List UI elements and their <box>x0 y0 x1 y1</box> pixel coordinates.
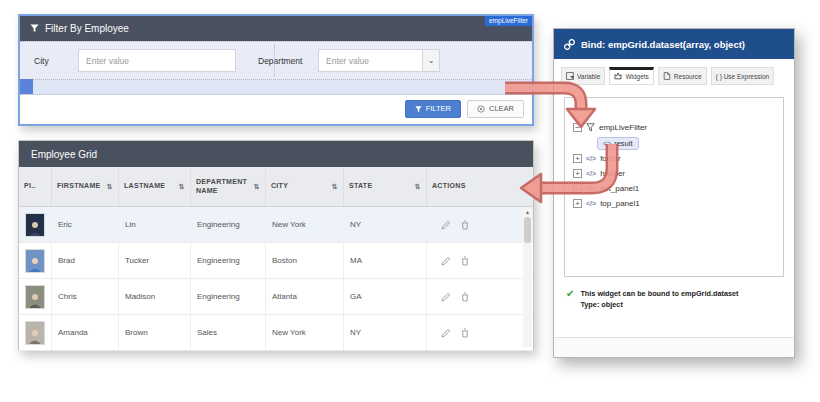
person-icon <box>27 256 43 272</box>
column-header-picture[interactable]: PI.. <box>19 167 52 206</box>
field-divider <box>274 45 275 76</box>
sort-icon[interactable]: ⇅ <box>107 183 113 191</box>
tree-item-result[interactable]: <> result <box>597 137 639 150</box>
column-header-actions: ACTIONS <box>427 167 533 206</box>
department-select[interactable]: Enter value ⌄ <box>318 49 440 72</box>
table-row[interactable]: Brad Tucker Engineering Boston MA <box>19 243 533 279</box>
bind-message-line2: Type: object <box>580 300 738 311</box>
grid-scrollbar[interactable]: ▲ <box>523 208 532 347</box>
collapse-icon[interactable]: − <box>573 123 582 132</box>
cell-state: NY <box>344 315 427 350</box>
table-row[interactable]: Eric Lin Engineering New York NY <box>19 207 533 243</box>
tree-item-emplivefilter[interactable]: − empLiveFilter <box>573 120 775 135</box>
delete-icon[interactable] <box>460 256 470 266</box>
tree-item-top-panel[interactable]: + </> top_panel1 <box>573 196 775 211</box>
filter-panel-title: Filter By Employee <box>45 23 129 34</box>
filter-sub-row <box>20 80 532 95</box>
sort-icon[interactable]: ⇅ <box>179 183 185 191</box>
widget-tree: − empLiveFilter <> result + </> footer +… <box>564 97 784 277</box>
resource-icon <box>663 72 671 80</box>
expand-icon[interactable]: + <box>573 154 582 163</box>
delete-icon[interactable] <box>460 292 470 302</box>
tab-variable[interactable]: Variable <box>561 67 605 85</box>
cell-department: Engineering <box>191 243 266 278</box>
expand-icon[interactable]: + <box>573 169 582 178</box>
bind-dialog-title: Bind: empGrid.dataset(array, object) <box>581 39 745 50</box>
sort-icon[interactable]: ⇅ <box>332 183 338 191</box>
widgets-icon <box>614 72 622 80</box>
edit-icon[interactable] <box>441 256 451 266</box>
grid-column-headers: PI.. FIRSTNAME ⇅ LASTNAME ⇅ DEPARTMENT N… <box>19 167 533 207</box>
chevron-down-icon[interactable]: ⌄ <box>422 50 439 71</box>
cell-lastname: Tucker <box>119 243 191 278</box>
expand-icon[interactable]: + <box>573 199 582 208</box>
filter-funnel-icon <box>586 123 595 132</box>
cell-city: Atlanta <box>266 279 344 314</box>
filter-button-row: FILTER CLEAR <box>20 95 532 123</box>
code-icon: <> <box>603 140 611 147</box>
column-header-city[interactable]: CITY ⇅ <box>266 167 344 206</box>
sort-icon[interactable]: ⇅ <box>415 183 421 191</box>
cell-city: New York <box>266 207 344 242</box>
code-icon: </> <box>586 155 596 162</box>
table-row[interactable]: Chris Madison Engineering Atlanta GA <box>19 279 533 315</box>
bind-dialog: Bind: empGrid.dataset(array, object) Var… <box>553 28 795 358</box>
clear-button-label: CLEAR <box>489 105 514 113</box>
cell-department: Sales <box>191 315 266 350</box>
edit-icon[interactable] <box>441 328 451 338</box>
sort-icon[interactable]: ⇅ <box>254 183 260 191</box>
filter-button[interactable]: FILTER <box>405 100 461 118</box>
tree-item-footer[interactable]: + </> footer <box>573 151 775 166</box>
tree-item-header[interactable]: + </> header <box>573 166 775 181</box>
person-icon <box>27 220 43 236</box>
check-icon: ✔ <box>566 289 574 299</box>
cell-lastname: Lin <box>119 207 191 242</box>
tab-use-expression[interactable]: ( ) Use Expression <box>711 67 774 85</box>
edit-icon[interactable] <box>441 292 451 302</box>
filter-fields-row: City Department Enter value ⌄ <box>20 41 532 80</box>
drag-handle[interactable] <box>20 79 33 94</box>
scrollbar-thumb[interactable] <box>524 217 531 243</box>
column-header-firstname[interactable]: FIRSTNAME ⇅ <box>52 167 119 206</box>
cell-firstname: Chris <box>52 279 119 314</box>
cell-lastname: Brown <box>119 315 191 350</box>
employee-photo <box>25 249 45 273</box>
cell-state: MA <box>344 243 427 278</box>
tree-item-left-panel[interactable]: + </> left_panel1 <box>573 181 775 196</box>
department-label: Department <box>258 56 318 66</box>
filter-panel-header: Filter By Employee empLiveFilter <box>20 16 532 41</box>
employee-photo <box>25 321 45 345</box>
delete-icon[interactable] <box>460 220 470 230</box>
expand-icon[interactable]: + <box>573 184 582 193</box>
code-icon: </> <box>586 170 596 177</box>
variable-icon <box>566 72 574 80</box>
grid-title-bar: Employee Grid <box>19 141 533 167</box>
tab-resource[interactable]: Resource <box>658 67 707 85</box>
column-header-lastname[interactable]: LASTNAME ⇅ <box>119 167 191 206</box>
cell-lastname: Madison <box>119 279 191 314</box>
cell-firstname: Eric <box>52 207 119 242</box>
column-header-state[interactable]: STATE ⇅ <box>344 167 427 206</box>
cell-state: NY <box>344 207 427 242</box>
scroll-up-icon[interactable]: ▲ <box>525 208 530 216</box>
bind-dialog-footer <box>554 337 794 357</box>
cell-firstname: Amanda <box>52 315 119 350</box>
edit-icon[interactable] <box>441 220 451 230</box>
filter-funnel-icon <box>30 24 39 33</box>
filter-button-label: FILTER <box>426 105 451 113</box>
clear-button[interactable]: CLEAR <box>467 100 524 118</box>
code-icon: </> <box>586 185 596 192</box>
bind-dialog-header: Bind: empGrid.dataset(array, object) <box>554 29 794 59</box>
city-input[interactable] <box>78 49 236 72</box>
tab-widgets[interactable]: Widgets <box>609 67 653 85</box>
column-header-department[interactable]: DEPARTMENT NAME ⇅ <box>191 167 266 206</box>
cell-city: New York <box>266 315 344 350</box>
bind-status-message: ✔ This widget can be bound to empGrid.da… <box>554 283 794 311</box>
bind-message-line1: This widget can be bound to empGrid.data… <box>580 289 738 300</box>
employee-grid-panel: Employee Grid PI.. FIRSTNAME ⇅ LASTNAME … <box>18 140 534 350</box>
department-select-value: Enter value <box>326 56 369 66</box>
cell-state: GA <box>344 279 427 314</box>
person-icon <box>27 328 43 344</box>
table-row[interactable]: Amanda Brown Sales New York NY <box>19 315 533 351</box>
delete-icon[interactable] <box>460 328 470 338</box>
